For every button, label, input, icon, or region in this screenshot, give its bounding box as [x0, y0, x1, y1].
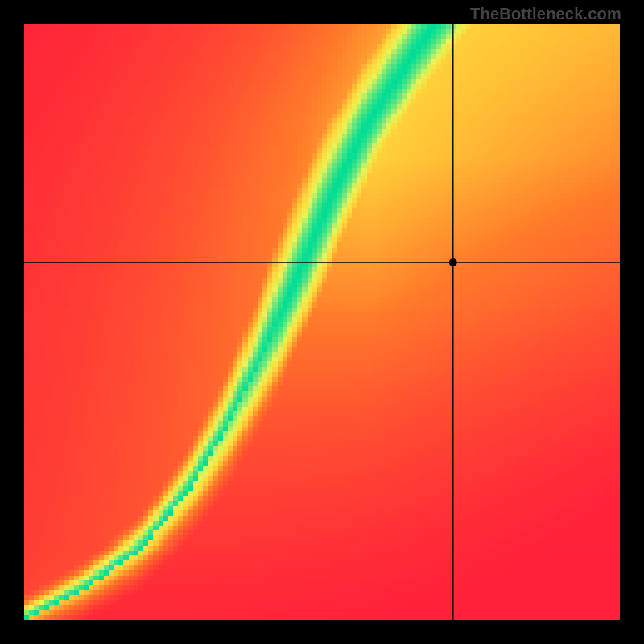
- chart-frame: TheBottleneck.com: [0, 0, 644, 644]
- crosshair-overlay: [24, 24, 620, 620]
- watermark-text: TheBottleneck.com: [470, 5, 621, 23]
